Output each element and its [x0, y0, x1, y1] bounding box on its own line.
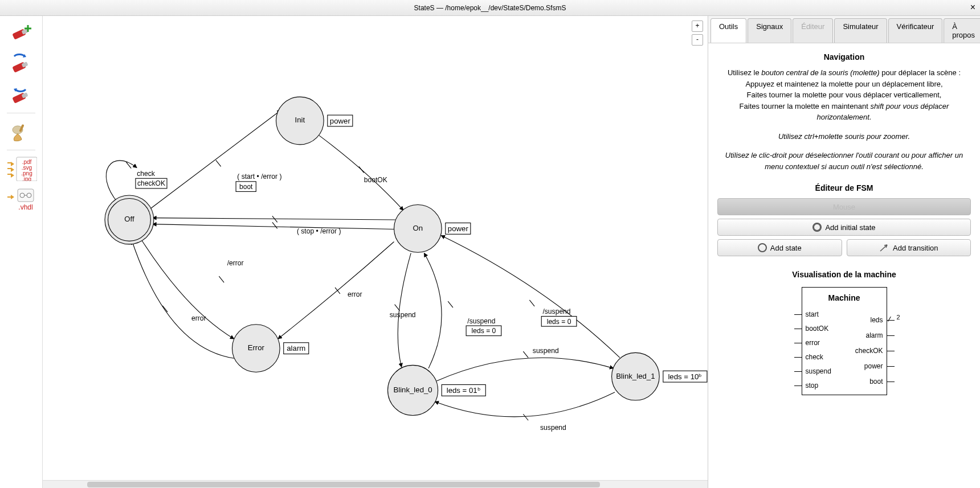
initial-state-icon [812, 223, 822, 232]
tab-bar: OutilsSignauxÉditeurSimulateurVérificate… [708, 16, 980, 43]
svg-line-23 [162, 306, 168, 312]
add-initial-state-button[interactable]: Add initial state [717, 219, 971, 236]
new-icon[interactable] [3, 18, 39, 48]
svg-text:.jpg: .jpg [22, 176, 31, 181]
svg-text:suspend: suspend [533, 347, 559, 355]
diagram-canvas[interactable]: + - InitpowerOffOnpowerErroralarmBlink_l… [43, 16, 708, 480]
svg-text:Blink_led_0: Blink_led_0 [393, 386, 432, 394]
nav-heading: Navigation [716, 52, 972, 61]
svg-text:leds = 01ᵇ: leds = 01ᵇ [447, 386, 481, 395]
svg-text:suspend: suspend [390, 311, 416, 319]
svg-text:bootOK: bootOK [364, 176, 387, 184]
input-port: stop [806, 382, 819, 389]
svg-text:( stop • /error ): ( stop • /error ) [297, 227, 341, 235]
svg-text:checkOK: checkOK [137, 180, 165, 188]
export-image-icon[interactable]: .pdf.svg.png.jpg [3, 154, 39, 183]
svg-text:suspend: suspend [540, 424, 566, 432]
canvas-area: + - InitpowerOffOnpowerErroralarmBlink_l… [43, 16, 708, 488]
svg-line-18 [216, 160, 221, 166]
svg-text:leds = 0: leds = 0 [472, 327, 496, 335]
zoom-in-button[interactable]: + [692, 20, 703, 32]
nav-zoom-text: Utilisez ctrl+molette souris pour zoomer… [716, 131, 972, 142]
mouse-button[interactable]: Mouse [717, 198, 971, 215]
tab-signals[interactable]: Signaux [748, 18, 791, 43]
titlebar: StateS — /home/epok__/dev/StateS/Demo.Sf… [0, 0, 980, 16]
svg-text:check: check [137, 170, 156, 178]
output-port: checkOK [855, 347, 883, 355]
export-vhdl-icon[interactable]: .vhdl [3, 184, 39, 214]
input-port: error [806, 339, 820, 347]
svg-text:( start • /error ): ( start • /error ) [237, 173, 281, 181]
svg-line-25 [395, 305, 400, 311]
tab-about[interactable]: À propos [944, 18, 980, 43]
machine-box-title: Machine [802, 293, 887, 302]
transition-icon [879, 243, 889, 252]
svg-line-24 [335, 288, 340, 294]
nav-text: Utilisez le bouton central de la souris … [716, 67, 972, 123]
input-port: bootOK [806, 325, 829, 333]
nav-rclick-text: Utilisez le clic-droit pour déselectionn… [716, 150, 972, 172]
svg-text:leds = 0: leds = 0 [547, 318, 571, 326]
machine-visualization: Machine startbootOKerrorchecksuspendstop… [739, 287, 949, 395]
add-state-button[interactable]: Add state [717, 239, 842, 256]
svg-text:leds = 10ᵇ: leds = 10ᵇ [668, 372, 702, 381]
svg-line-27 [529, 300, 534, 306]
save-icon[interactable] [3, 80, 39, 109]
svg-text:power: power [448, 224, 469, 233]
input-port: suspend [806, 367, 831, 375]
clean-icon[interactable] [3, 117, 39, 146]
output-port: power [864, 362, 883, 370]
svg-text:/suspend: /suspend [542, 307, 570, 315]
svg-text:error: error [348, 290, 362, 298]
svg-text:Off: Off [124, 215, 134, 223]
zoom-out-button[interactable]: - [692, 34, 703, 46]
state-icon [758, 243, 767, 252]
svg-text:On: On [413, 224, 423, 232]
add-transition-button[interactable]: Add transition [847, 239, 971, 256]
svg-text:error: error [191, 314, 206, 322]
svg-text:/suspend: /suspend [467, 317, 495, 325]
svg-line-21 [272, 222, 277, 228]
fsm-heading: Éditeur de FSM [716, 183, 972, 192]
output-port: alarm [865, 331, 883, 339]
svg-line-17 [126, 162, 131, 169]
svg-line-28 [523, 351, 528, 358]
svg-text:Error: Error [248, 343, 265, 352]
svg-line-22 [219, 276, 224, 282]
tab-tools[interactable]: Outils [710, 18, 746, 43]
input-port: check [806, 353, 823, 361]
svg-text:alarm: alarm [287, 344, 305, 352]
svg-text:boot: boot [239, 183, 253, 191]
tab-simulator[interactable]: Simulateur [834, 18, 887, 43]
svg-text:Init: Init [295, 116, 305, 124]
output-port: boot [869, 378, 883, 386]
tab-verifier[interactable]: Vérificateur [888, 18, 943, 43]
tab-editor: Éditeur [793, 18, 833, 43]
left-toolbar: .pdf.svg.png.jpg .vhdl [0, 16, 43, 488]
close-icon[interactable]: × [970, 2, 975, 13]
svg-text:/error: /error [227, 259, 244, 267]
viz-heading: Visualisation de la machine [716, 270, 972, 279]
svg-text:power: power [330, 117, 351, 125]
svg-line-26 [448, 301, 453, 307]
svg-text:.vhdl: .vhdl [18, 203, 32, 211]
side-panel: OutilsSignauxÉditeurSimulateurVérificate… [708, 16, 980, 488]
window-title: StateS — /home/epok__/dev/StateS/Demo.Sf… [414, 4, 566, 12]
svg-text:Blink_led_1: Blink_led_1 [616, 372, 655, 380]
svg-line-29 [523, 414, 528, 420]
svg-line-19 [359, 166, 364, 173]
input-port: start [806, 310, 819, 318]
open-icon[interactable] [3, 49, 39, 79]
output-port: leds [870, 316, 883, 324]
horizontal-scrollbar[interactable] [43, 480, 708, 488]
